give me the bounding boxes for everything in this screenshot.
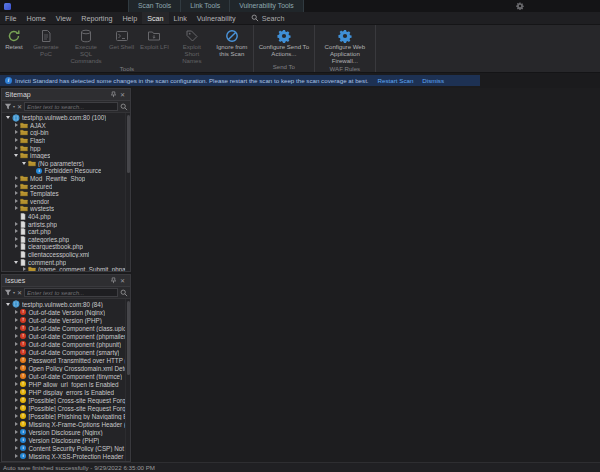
expander-closed-icon[interactable] [13,405,20,412]
expander-closed-icon[interactable] [13,325,20,332]
sitemap-tree-item[interactable]: clearguestbook.php [2,243,130,251]
exploit-lfi-button[interactable]: Exploit LFI [137,25,172,65]
sitemap-tree-item[interactable]: vendor [2,198,130,206]
expander-closed-icon[interactable] [13,221,20,228]
expander-closed-icon[interactable] [13,236,20,243]
expander-closed-icon[interactable] [13,317,20,324]
issues-tree-item[interactable]: ![Possible] Cross-site Request Forgery .… [2,404,130,412]
tab-home[interactable]: Home [22,12,51,24]
issues-tree-item[interactable]: !PHP allow_url_fopen Is Enabled [2,380,130,388]
sitemap-tree-item[interactable]: Flash [2,137,130,145]
sitemap-tree-item[interactable]: images [2,152,130,160]
expander-closed-icon[interactable] [13,175,20,182]
expander-closed-icon[interactable] [13,421,20,428]
scrollbar-thumb[interactable] [127,115,130,173]
tab-view[interactable]: View [51,12,76,24]
expander-closed-icon[interactable] [13,445,20,452]
pin-icon[interactable] [109,90,118,99]
issues-tree-item[interactable]: testphp.vulnweb.com:80 (84) [2,300,130,308]
configure-send-to-actions-button[interactable]: Configure Send To Actions... [255,25,313,63]
sitemap-tree-item[interactable]: comment.php [2,258,130,266]
expander-closed-icon[interactable] [13,381,20,388]
expander-closed-icon[interactable] [13,309,20,316]
issues-tree-item[interactable]: !Out-of-date Component (tinymce) [2,372,130,380]
sitemap-tree-item[interactable]: wvstests [2,205,130,213]
expander-closed-icon[interactable] [13,341,20,348]
tab-reporting[interactable]: Reporting [76,12,117,24]
tab-link[interactable]: Link [169,12,192,24]
sitemap-tree-item[interactable]: secured [2,182,130,190]
expander-closed-icon[interactable] [13,243,20,250]
sitemap-tree-item[interactable]: Templates [2,190,130,198]
issues-tree-item[interactable]: !Out-of-date Component (phpmailer) [2,332,130,340]
restart-scan-link[interactable]: Restart Scan [378,77,414,84]
issues-tree-item[interactable]: !Missing X-Frame-Options Header (Va... [2,420,130,428]
expander-open-icon[interactable] [13,259,20,266]
expander-closed-icon[interactable] [13,437,20,444]
sitemap-tree-item[interactable]: cart.php [2,228,130,236]
contextual-group-link-tools[interactable]: Link Tools [181,0,230,12]
expander-open-icon[interactable] [5,114,12,121]
sitemap-tree-item[interactable]: (No parameters) [2,160,130,168]
retest-button[interactable]: Retest [2,25,26,65]
expander-open-icon[interactable] [5,301,12,308]
search-icon[interactable] [120,289,128,297]
expander-closed-icon[interactable] [13,413,20,420]
clear-filter-icon[interactable]: ✕ [17,104,22,110]
filter-icon[interactable]: ▾ [4,103,15,110]
expander-closed-icon[interactable] [13,349,20,356]
dismiss-link[interactable]: Dismiss [422,77,444,84]
ignore-from-this-scan-button[interactable]: Ignore from this Scan [212,25,252,65]
tab-help[interactable]: Help [117,12,142,24]
sitemap-tree-item[interactable]: hpp [2,144,130,152]
titlebar-gear-icon[interactable] [516,2,524,10]
sitemap-tree-item[interactable]: iForbidden Resource [2,167,130,175]
issues-tree-item[interactable]: !Out-of-date Version (PHP) [2,316,130,324]
sitemap-tree-item[interactable]: Mod_Rewrite_Shop [2,175,130,183]
issues-tree-item[interactable]: !Out-of-date Component (class.uplo... [2,324,130,332]
sitemap-scrollbar[interactable] [125,113,130,271]
expander-closed-icon[interactable] [13,122,20,129]
sitemap-tree-item[interactable]: 404.php [2,213,130,221]
expander-closed-icon[interactable] [13,137,20,144]
expander-closed-icon[interactable] [13,389,20,396]
configure-web-application-firewall-button[interactable]: Configure Web Application Firewall... [316,25,374,65]
issues-tree-item[interactable]: iVersion Disclosure (Nginx) [2,428,130,436]
expander-closed-icon[interactable] [13,357,20,364]
expander-closed-icon[interactable] [13,228,20,235]
pin-icon[interactable] [109,276,118,285]
expander-closed-icon[interactable] [13,183,20,190]
expander-closed-icon[interactable] [13,373,20,380]
issues-search-input[interactable] [24,288,118,297]
expander-open-icon[interactable] [21,160,28,167]
expander-closed-icon[interactable] [13,453,20,460]
expander-closed-icon[interactable] [13,365,20,372]
sitemap-tree-item[interactable]: categories.php [2,236,130,244]
exploit-short-names-button[interactable]: Exploit Short Names [172,25,212,65]
issues-tree-item[interactable]: !Out-of-date Component (phpunit) [2,340,130,348]
tab-scan[interactable]: Scan [142,12,168,24]
expander-closed-icon[interactable] [13,145,20,152]
sitemap-tree-item[interactable]: (name, comment, Submit, phpaction) [2,266,130,271]
sitemap-tree-item[interactable]: AJAX [2,122,130,130]
sitemap-tree-item[interactable]: testphp.vulnweb.com:80 (100) [2,114,130,122]
sitemap-search-input[interactable] [24,102,118,111]
expander-closed-icon[interactable] [13,129,20,136]
expander-closed-icon[interactable] [13,397,20,404]
tab-vulnerability[interactable]: Vulnerability [192,12,241,24]
issues-tree-item[interactable]: ![Possible] Cross-site Request Forgery .… [2,396,130,404]
get-shell-button[interactable]: Get Shell [106,25,137,65]
issues-tree-item[interactable]: iContent Security Policy (CSP) Not Im... [2,444,130,452]
issues-tree-item[interactable]: !Open Policy Crossdomain.xml Detect... [2,364,130,372]
expander-closed-icon[interactable] [13,205,20,212]
execute-sql-commands-button[interactable]: Execute SQL Commands [66,25,106,65]
generate-poc-button[interactable]: Generate PoC [26,25,66,65]
contextual-group-scan-tools[interactable]: Scan Tools [128,0,181,12]
sitemap-tree-item[interactable]: artists.php [2,220,130,228]
issues-tree-item[interactable]: ![Possible] Phishing by Navigating Bro..… [2,412,130,420]
issues-scrollbar[interactable] [125,299,130,461]
issues-tree-item[interactable]: !Out-of-date Component (smarty) [2,348,130,356]
filter-icon[interactable]: ▾ [4,289,15,296]
expander-closed-icon[interactable] [21,266,28,271]
expander-closed-icon[interactable] [13,190,20,197]
